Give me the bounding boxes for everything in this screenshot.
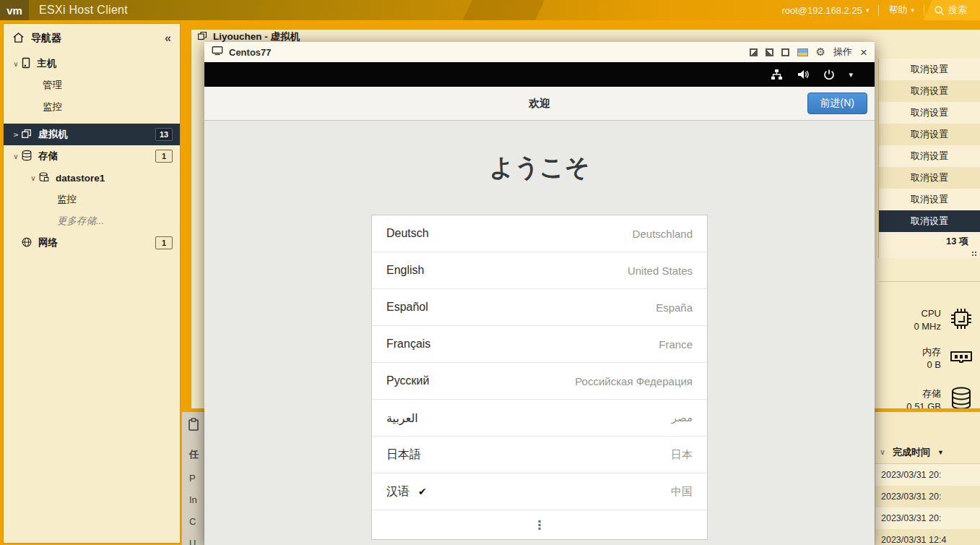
cancel-settings-button[interactable]: 取消设置 — [879, 80, 980, 102]
language-row[interactable]: 日本語 日本 — [372, 437, 707, 473]
cancel-settings-button[interactable]: 取消设置 — [879, 189, 980, 210]
chevron-down-icon: ∨ — [11, 60, 21, 68]
forward-button[interactable]: 前进(N) — [807, 93, 867, 114]
host-icon — [21, 57, 31, 71]
cpu-summary: CPU 0 MHz — [859, 306, 974, 335]
chevron-down-icon: ∨ — [11, 153, 21, 160]
task-column-fragment: 任 — [189, 448, 199, 461]
network-count-badge: 1 — [155, 236, 173, 249]
home-icon — [12, 32, 25, 46]
welcome-title: ようこそ — [204, 151, 875, 184]
sidebar-item-host-manage[interactable]: 管理 — [4, 74, 180, 96]
sidebar-item-storage[interactable]: ∨ 存储 1 — [4, 145, 180, 167]
navigator-sidebar: 导航器 « ∨ 主机 管理 监控 ∨ 虚拟机 13 ∨ 存储 1 ∨ d — [3, 23, 181, 544]
language-row[interactable]: English United States — [372, 252, 707, 289]
topbar-facet — [404, 0, 621, 20]
storage-count-badge: 1 — [155, 150, 173, 163]
language-row[interactable]: Deutsch Deutschland — [372, 215, 707, 252]
language-row[interactable]: Français France — [372, 326, 707, 363]
user-menu[interactable]: root@192.168.2.25 ▾ — [781, 5, 869, 16]
sidebar-item-label: 存储 — [38, 150, 58, 163]
divider — [878, 4, 879, 16]
cancel-settings-button[interactable]: 取消设置 — [879, 124, 980, 145]
cancel-settings-button[interactable]: 取消设置 — [879, 145, 980, 167]
vm-table-action-column: 取消设置 取消设置 取消设置 取消设置 取消设置 取消设置 取消设置 取消设置 … — [878, 59, 980, 258]
network-tree-icon[interactable] — [771, 69, 783, 81]
app-header: vm ESXi Host Client root@192.168.2.25 ▾ … — [0, 0, 980, 20]
sidebar-item-more-storage[interactable]: 更多存储... — [4, 210, 180, 232]
sidebar-item-datastore1[interactable]: ∨ datastore1 — [4, 167, 180, 189]
cancel-settings-button[interactable]: 取消设置 — [879, 102, 980, 124]
chevron-right-icon: ∨ — [11, 131, 21, 139]
sidebar-item-virtual-machines[interactable]: ∨ 虚拟机 13 — [4, 124, 180, 145]
chevron-down-icon[interactable]: ▾ — [849, 70, 853, 80]
sidebar-item-datastore-monitor[interactable]: 监控 — [4, 189, 180, 210]
search-control[interactable]: 搜索 — [934, 4, 967, 17]
memory-icon — [948, 346, 974, 371]
memory-value: 0 B — [922, 359, 941, 372]
chevron-down-icon: ▾ — [911, 7, 914, 14]
installer-content: ようこそ Deutsch Deutschland English United … — [204, 121, 875, 545]
console-size-medium-button[interactable] — [766, 48, 773, 56]
tasks-clipboard-icon — [188, 418, 199, 434]
search-label: 搜索 — [948, 4, 967, 17]
completion-time-header[interactable]: ∨ 完成时间 ▼ — [875, 441, 980, 464]
cancel-settings-button[interactable]: 取消设置 — [879, 59, 980, 80]
search-icon — [934, 5, 945, 16]
installer-header-title: 欢迎 — [529, 97, 550, 111]
tasks-left-strip: 任 P In C U — [182, 412, 204, 545]
language-row[interactable]: Русский Российская Федерация — [372, 363, 707, 400]
more-languages-row[interactable]: ⋮ — [372, 510, 707, 539]
language-row-selected[interactable]: 汉语 ✔ 中国 — [372, 473, 707, 510]
vm-console-window: Centos77 ⚙ 操作 × ▾ 欢迎 前进(N) ようこそ Deu — [204, 42, 875, 545]
completion-time-label: 完成时间 — [893, 446, 930, 459]
cpu-value: 0 MHz — [914, 320, 941, 333]
gear-icon[interactable]: ⚙ — [816, 46, 825, 59]
memory-label: 内存 — [922, 346, 941, 359]
task-completion-time: 2023/03/31 20: — [875, 464, 980, 486]
sidebar-item-label: 管理 — [43, 79, 62, 92]
language-row[interactable]: Español España — [372, 289, 707, 326]
task-name-fragment: C — [189, 516, 196, 527]
sidebar-item-host-monitor[interactable]: 监控 — [4, 96, 180, 118]
help-menu[interactable]: 帮助 ▾ — [888, 4, 914, 17]
user-menu-label: root@192.168.2.25 — [781, 5, 862, 16]
sound-icon[interactable] — [797, 69, 810, 80]
items-count: 13 项 — [879, 232, 980, 251]
sidebar-item-host[interactable]: ∨ 主机 — [4, 53, 180, 74]
task-name-fragment: U — [189, 538, 196, 545]
column-menu-chevron-icon[interactable]: ∨ — [880, 447, 885, 457]
vertical-ellipsis-icon: ⋮ — [534, 518, 546, 533]
actions-menu[interactable]: 操作 — [833, 46, 852, 59]
vm-count-badge: 13 — [155, 128, 173, 141]
sidebar-item-label: 虚拟机 — [38, 128, 68, 141]
screenshot-icon[interactable] — [797, 48, 808, 56]
help-menu-label: 帮助 — [888, 4, 907, 17]
task-completion-time: 2023/03/31 20: — [875, 507, 980, 529]
sidebar-item-networking[interactable]: 网络 1 — [4, 232, 180, 254]
collapse-sidebar-button[interactable]: « — [165, 32, 171, 45]
cancel-settings-button[interactable]: 取消设置 — [879, 167, 980, 189]
resize-grip[interactable] — [971, 251, 978, 257]
power-icon[interactable] — [823, 69, 835, 80]
cancel-settings-button-selected[interactable]: 取消设置 — [879, 210, 980, 232]
sidebar-item-label: 监控 — [57, 193, 77, 206]
cpu-chip-icon — [948, 306, 974, 335]
language-list: Deutsch Deutschland English United State… — [371, 215, 708, 540]
console-titlebar: Centos77 ⚙ 操作 × — [204, 42, 875, 62]
chevron-down-icon: ∨ — [28, 174, 38, 182]
language-row[interactable]: العربية مصر — [372, 400, 707, 437]
vmware-logo: vm — [0, 0, 29, 20]
memory-summary: 内存 0 B — [859, 346, 974, 372]
console-size-small-button[interactable] — [750, 48, 758, 56]
storage-label: 存储 — [906, 387, 941, 400]
console-size-large-button[interactable] — [781, 48, 789, 56]
close-icon[interactable]: × — [860, 48, 867, 56]
cpu-label: CPU — [914, 307, 941, 320]
installer-header-bar: 欢迎 前进(N) — [204, 87, 875, 121]
network-icon — [21, 236, 32, 250]
storage-icon — [21, 150, 32, 163]
sidebar-item-label: 监控 — [43, 100, 62, 113]
sidebar-item-label: 更多存储... — [57, 215, 104, 228]
console-window-title: Centos77 — [229, 47, 272, 58]
